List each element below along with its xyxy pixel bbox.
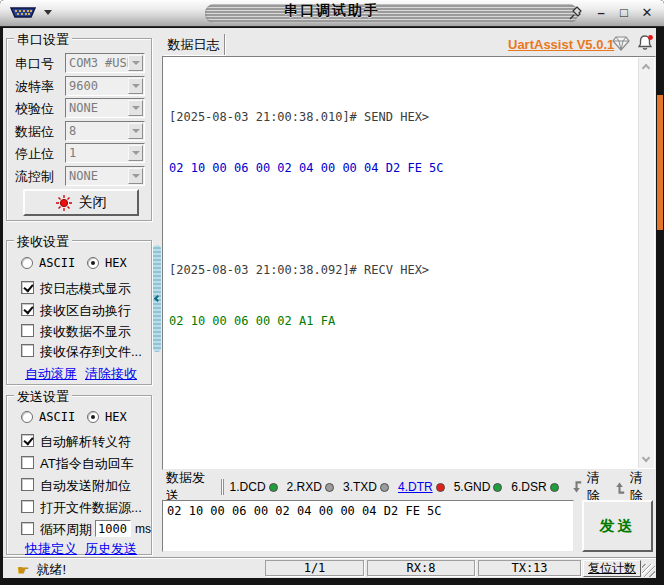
cycle-checkbox[interactable]	[21, 522, 34, 535]
titlebar: 串口调试助手 – □ ✕	[0, 0, 664, 27]
extra-bits-checkbox[interactable]	[21, 478, 34, 491]
log-line: [2025-08-03 21:00:38.010]# SEND HEX>	[169, 109, 633, 126]
arrow-down-icon	[570, 480, 584, 495]
ready-text: 就绪!	[37, 561, 67, 579]
status-bar: ☛ 就绪! 1/1 RX:8 TX:13 复位计数	[3, 557, 656, 578]
close-port-button[interactable]: 关闭	[23, 189, 139, 216]
scroll-down-icon[interactable]	[642, 454, 650, 462]
gem-icon[interactable]	[612, 36, 630, 55]
minimize-button[interactable]: –	[594, 4, 608, 22]
save-to-file-checkbox[interactable]	[21, 344, 34, 357]
auto-wrap-checkbox[interactable]	[21, 303, 34, 316]
recv-hex-radio[interactable]	[87, 257, 99, 269]
receive-settings-group: 接收设置 ASCII HEX 按日志模式显示 接收区自动换行 接收数据不显示 接…	[6, 240, 152, 385]
parity-label: 校验位	[15, 100, 54, 118]
parity-select[interactable]: NONE	[65, 98, 145, 118]
close-window-button[interactable]: ✕	[640, 4, 654, 22]
panel-collapse-splitter[interactable]	[153, 245, 161, 352]
send-ascii-radio[interactable]	[21, 411, 33, 423]
chevron-down-icon[interactable]	[128, 168, 143, 184]
status-ready: ☛ 就绪!	[17, 561, 66, 579]
log-mode-label: 按日志模式显示	[40, 280, 131, 298]
at-cr-checkbox[interactable]	[21, 456, 34, 469]
indicator-label: 5.GND	[454, 480, 491, 494]
stopbits-value: 1	[69, 146, 128, 160]
cycle-period-input[interactable]	[95, 520, 131, 537]
log-scrollbar[interactable]	[638, 58, 654, 468]
port-value: COM3 #USB	[69, 56, 128, 70]
baud-value: 9600	[69, 79, 128, 93]
log-line: 02 10 00 06 00 02 A1 FA	[169, 313, 633, 330]
log-text[interactable]: [2025-08-03 21:00:38.010]# SEND HEX> 02 …	[165, 57, 637, 467]
flowctrl-select[interactable]: NONE	[65, 166, 145, 186]
stopbits-label: 停止位	[15, 145, 54, 163]
reset-count-label: 复位计数	[588, 560, 636, 577]
reset-count-button[interactable]: 复位计数	[583, 560, 641, 577]
save-to-file-label: 接收保存到文件...	[40, 343, 142, 361]
indicator-dcd: 1.DCD	[230, 480, 278, 494]
stopbits-select[interactable]: 1	[65, 143, 145, 163]
databits-label: 数据位	[15, 123, 54, 141]
status-dot	[550, 483, 559, 492]
recv-ascii-label: ASCII	[39, 256, 75, 270]
recv-hex-label: HEX	[105, 256, 127, 270]
recv-ascii-radio[interactable]	[21, 257, 33, 269]
data-log-area: [2025-08-03 21:00:38.010]# SEND HEX> 02 …	[162, 56, 656, 470]
chevron-down-icon[interactable]	[128, 100, 143, 116]
auto-scroll-link[interactable]: 自动滚屏	[25, 365, 77, 383]
chevron-down-icon[interactable]	[128, 78, 143, 94]
parity-value: NONE	[69, 101, 128, 115]
log-mode-checkbox[interactable]	[21, 281, 34, 294]
cycle-label: 循环周期	[40, 521, 92, 539]
baud-select[interactable]: 9600	[65, 76, 145, 96]
dtr-toggle-link[interactable]: 4.DTR	[398, 480, 433, 494]
indicator-label: 1.DCD	[230, 480, 266, 494]
hide-recv-checkbox[interactable]	[21, 324, 34, 337]
quick-define-link[interactable]: 快捷定义	[25, 540, 77, 558]
tab-data-log[interactable]: 数据日志	[163, 34, 225, 55]
cycle-unit-label: ms	[135, 522, 151, 536]
indicator-label: 2.RXD	[287, 480, 322, 494]
frame-accent-strip	[657, 95, 663, 230]
red-led-icon	[56, 195, 72, 211]
chevron-down-icon[interactable]	[128, 145, 143, 161]
close-port-label: 关闭	[79, 194, 107, 212]
send-hex-radio[interactable]	[87, 411, 99, 423]
separator	[221, 479, 222, 495]
send-button[interactable]: 发送	[582, 500, 653, 552]
baud-label: 波特率	[15, 78, 54, 96]
chevron-down-icon[interactable]	[128, 55, 143, 71]
page-counter: 1/1	[265, 560, 364, 576]
scroll-up-icon[interactable]	[642, 64, 650, 72]
port-select[interactable]: COM3 #USB	[65, 53, 145, 73]
auto-wrap-label: 接收区自动换行	[40, 302, 131, 320]
receive-settings-title: 接收设置	[14, 233, 72, 251]
indicator-gnd: 5.GND	[454, 480, 503, 494]
status-dot	[269, 483, 278, 492]
rx-counter: RX:8	[367, 560, 475, 576]
pin-icon[interactable]	[569, 5, 584, 25]
port-label: 串口号	[15, 55, 54, 73]
databits-select[interactable]: 8	[65, 121, 145, 141]
log-line	[169, 211, 633, 228]
clear-receive-link[interactable]: 清除接收	[85, 365, 137, 383]
indicator-dtr[interactable]: 4.DTR	[398, 480, 445, 494]
send-data-input[interactable]: 02 10 00 06 00 02 04 00 00 04 D2 FE 5C	[162, 500, 574, 552]
at-cr-label: AT指令自动回车	[40, 455, 134, 473]
indicator-label: 3.TXD	[343, 480, 377, 494]
history-send-link[interactable]: 历史发送	[85, 540, 137, 558]
file-source-checkbox[interactable]	[21, 500, 34, 513]
hide-recv-label: 接收数据不显示	[40, 323, 131, 341]
arrow-up-icon	[613, 480, 627, 495]
status-dot	[493, 483, 502, 492]
indicator-dsr: 6.DSR	[511, 480, 558, 494]
flowctrl-label: 流控制	[15, 168, 54, 186]
maximize-button[interactable]: □	[617, 4, 631, 22]
escape-parse-checkbox[interactable]	[21, 434, 34, 447]
chevron-down-icon[interactable]	[128, 123, 143, 139]
file-source-label: 打开文件数据源...	[40, 499, 142, 517]
resize-grip[interactable]	[642, 564, 655, 577]
version-link[interactable]: UartAssist V5.0.1	[508, 37, 614, 52]
notification-bell-icon[interactable]	[636, 34, 654, 56]
databits-value: 8	[69, 124, 128, 138]
